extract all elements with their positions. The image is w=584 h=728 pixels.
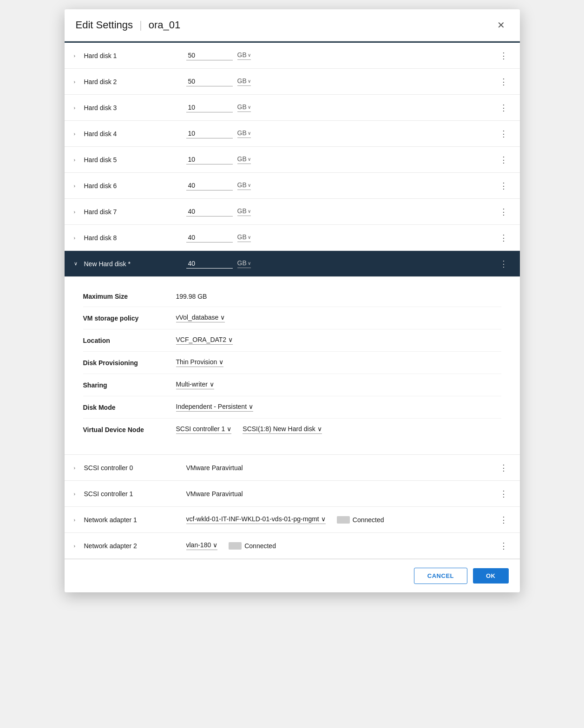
hard-disk-7-unit-wrapper: GB ∨ — [237, 207, 251, 216]
network-adapter-1-more-button[interactable]: ⋮ — [497, 514, 511, 526]
disk-provisioning-select[interactable]: Thin Provision ∨ — [176, 358, 224, 367]
hard-disk-7-label: Hard disk 7 — [84, 208, 186, 216]
hard-disk-7-unit-chevron[interactable]: ∨ — [248, 209, 251, 214]
disk-provisioning-text: Thin Provision — [176, 358, 217, 366]
hard-disk-3-more-button[interactable]: ⋮ — [497, 102, 511, 114]
location-value: VCF_ORA_DAT2 ∨ — [176, 336, 233, 345]
scsi-controller-1-row[interactable]: › SCSI controller 1 VMware Paravirtual ⋮ — [65, 481, 520, 507]
disk-mode-select[interactable]: Independent - Persistent ∨ — [176, 403, 254, 412]
network-adapter-2-label: Network adapter 2 — [84, 542, 186, 550]
hard-disk-6-size-input[interactable] — [186, 181, 233, 190]
network-adapter-2-toggle-box[interactable] — [229, 542, 242, 550]
vm-storage-policy-text: vVol_database — [176, 314, 219, 321]
network-adapter-1-row[interactable]: › Network adapter 1 vcf-wkld-01-IT-INF-W… — [65, 507, 520, 533]
new-hard-disk-more-button[interactable]: ⋮ — [497, 258, 511, 270]
hard-disk-7-more-button[interactable]: ⋮ — [497, 206, 511, 218]
network-adapter-1-toggle-box[interactable] — [337, 516, 350, 524]
new-hard-disk-unit-chevron[interactable]: ∨ — [248, 261, 251, 266]
new-hard-disk-row[interactable]: ∨ New Hard disk * GB ∨ ⋮ — [65, 251, 520, 277]
hard-disk-5-unit-chevron[interactable]: ∨ — [248, 157, 251, 162]
hard-disk-5-size-input[interactable] — [186, 155, 233, 164]
dialog-vm-name: ora_01 — [149, 19, 181, 31]
hard-disk-5-row[interactable]: › Hard disk 5 GB ∨ ⋮ — [65, 147, 520, 173]
virtual-device-node-disk-select[interactable]: SCSI(1:8) New Hard disk ∨ — [243, 425, 322, 434]
vm-storage-policy-select[interactable]: vVol_database ∨ — [176, 314, 225, 322]
hard-disk-6-label: Hard disk 6 — [84, 182, 186, 190]
disk-mode-chevron-icon: ∨ — [249, 403, 253, 410]
hard-disk-4-row[interactable]: › Hard disk 4 GB ∨ ⋮ — [65, 121, 520, 147]
hard-disk-3-unit-chevron[interactable]: ∨ — [248, 105, 251, 110]
network-adapter-2-network-chevron-icon: ∨ — [213, 541, 217, 549]
hard-disk-8-unit-chevron[interactable]: ∨ — [248, 235, 251, 240]
cancel-button[interactable]: CANCEL — [414, 568, 467, 584]
network-adapter-1-network-text: vcf-wkld-01-IT-INF-WKLD-01-vds-01-pg-mgm… — [186, 515, 319, 523]
network-adapter-2-network-text: vlan-180 — [186, 541, 211, 549]
hard-disk-2-unit-chevron[interactable]: ∨ — [248, 79, 251, 84]
new-hard-disk-expanded-section: Maximum Size 199.98 GB VM storage policy… — [65, 277, 520, 455]
hard-disk-8-label: Hard disk 8 — [84, 234, 186, 242]
network-adapter-2-value: vlan-180 ∨ Connected — [186, 541, 497, 550]
hard-disk-7-size-input[interactable] — [186, 207, 233, 216]
virtual-device-node-controller-select[interactable]: SCSI controller 1 ∨ — [176, 425, 232, 434]
hard-disk-1-row[interactable]: › Hard disk 1 GB ∨ ⋮ — [65, 43, 520, 69]
new-hard-disk-size-input[interactable] — [186, 259, 233, 269]
expand-icon-disk4: › — [74, 131, 80, 137]
hard-disk-3-row[interactable]: › Hard disk 3 GB ∨ ⋮ — [65, 95, 520, 121]
hard-disk-2-value: GB ∨ — [186, 77, 497, 86]
ok-button[interactable]: OK — [473, 568, 509, 584]
hard-disk-2-size-input[interactable] — [186, 77, 233, 86]
scsi-controller-0-more-button[interactable]: ⋮ — [497, 462, 511, 474]
hard-disk-8-size-input[interactable] — [186, 233, 233, 243]
scsi-controller-0-label: SCSI controller 0 — [84, 464, 186, 472]
network-adapter-1-connected-label: Connected — [353, 516, 384, 524]
hard-disk-2-row[interactable]: › Hard disk 2 GB ∨ ⋮ — [65, 69, 520, 95]
hard-disk-4-label: Hard disk 4 — [84, 130, 186, 138]
hard-disk-2-unit-wrapper: GB ∨ — [237, 77, 251, 86]
hard-disk-1-size-input[interactable] — [186, 51, 233, 60]
hard-disk-1-more-button[interactable]: ⋮ — [497, 50, 511, 62]
disk-mode-row: Disk Mode Independent - Persistent ∨ — [83, 396, 501, 419]
network-adapter-2-network-select[interactable]: vlan-180 ∨ — [186, 541, 218, 550]
network-adapter-1-network-select[interactable]: vcf-wkld-01-IT-INF-WKLD-01-vds-01-pg-mgm… — [186, 515, 326, 524]
hard-disk-6-more-button[interactable]: ⋮ — [497, 180, 511, 192]
scsi-controller-0-row[interactable]: › SCSI controller 0 VMware Paravirtual ⋮ — [65, 455, 520, 481]
hard-disk-7-value: GB ∨ — [186, 207, 497, 216]
sharing-select[interactable]: Multi-writer ∨ — [176, 380, 214, 389]
location-label: Location — [83, 337, 176, 344]
hard-disk-5-more-button[interactable]: ⋮ — [497, 154, 511, 166]
close-button[interactable]: ✕ — [493, 18, 509, 33]
hard-disk-6-unit-chevron[interactable]: ∨ — [248, 183, 251, 188]
hard-disk-7-unit: GB — [237, 207, 247, 215]
network-adapter-2-more-button[interactable]: ⋮ — [497, 540, 511, 552]
hard-disk-4-more-button[interactable]: ⋮ — [497, 128, 511, 140]
network-adapter-2-connected-toggle[interactable]: Connected — [229, 542, 276, 550]
hard-disk-4-size-input[interactable] — [186, 129, 233, 138]
hard-disk-8-more-button[interactable]: ⋮ — [497, 232, 511, 244]
disk-mode-value: Independent - Persistent ∨ — [176, 403, 254, 412]
expand-icon-disk1: › — [74, 53, 80, 59]
vm-storage-policy-value: vVol_database ∨ — [176, 314, 225, 322]
sharing-chevron-icon: ∨ — [210, 380, 214, 388]
hard-disk-1-unit-chevron[interactable]: ∨ — [248, 52, 251, 58]
virtual-device-node-disk-text: SCSI(1:8) New Hard disk — [243, 425, 315, 433]
hard-disk-3-unit: GB — [237, 103, 247, 111]
sharing-text: Multi-writer — [176, 380, 208, 388]
disk-mode-label: Disk Mode — [83, 404, 176, 411]
hard-disk-7-row[interactable]: › Hard disk 7 GB ∨ ⋮ — [65, 199, 520, 225]
hard-disk-8-row[interactable]: › Hard disk 8 GB ∨ ⋮ — [65, 225, 520, 251]
location-row: Location VCF_ORA_DAT2 ∨ — [83, 329, 501, 352]
hard-disk-4-unit-chevron[interactable]: ∨ — [248, 131, 251, 136]
hard-disk-6-row[interactable]: › Hard disk 6 GB ∨ ⋮ — [65, 173, 520, 199]
scsi-controller-1-more-button[interactable]: ⋮ — [497, 488, 511, 500]
hard-disk-2-more-button[interactable]: ⋮ — [497, 76, 511, 88]
hard-disk-3-size-input[interactable] — [186, 103, 233, 112]
network-adapter-2-row[interactable]: › Network adapter 2 vlan-180 ∨ Connected… — [65, 533, 520, 559]
scsi-controller-0-type: VMware Paravirtual — [186, 464, 243, 472]
location-select[interactable]: VCF_ORA_DAT2 ∨ — [176, 336, 233, 345]
hard-disk-6-unit-wrapper: GB ∨ — [237, 181, 251, 190]
network-adapter-1-connected-toggle[interactable]: Connected — [337, 516, 384, 524]
max-size-value: 199.98 GB — [176, 293, 207, 300]
hard-disk-4-unit: GB — [237, 129, 247, 137]
network-adapter-2-connected-label: Connected — [244, 542, 276, 550]
sharing-row: Sharing Multi-writer ∨ — [83, 374, 501, 396]
